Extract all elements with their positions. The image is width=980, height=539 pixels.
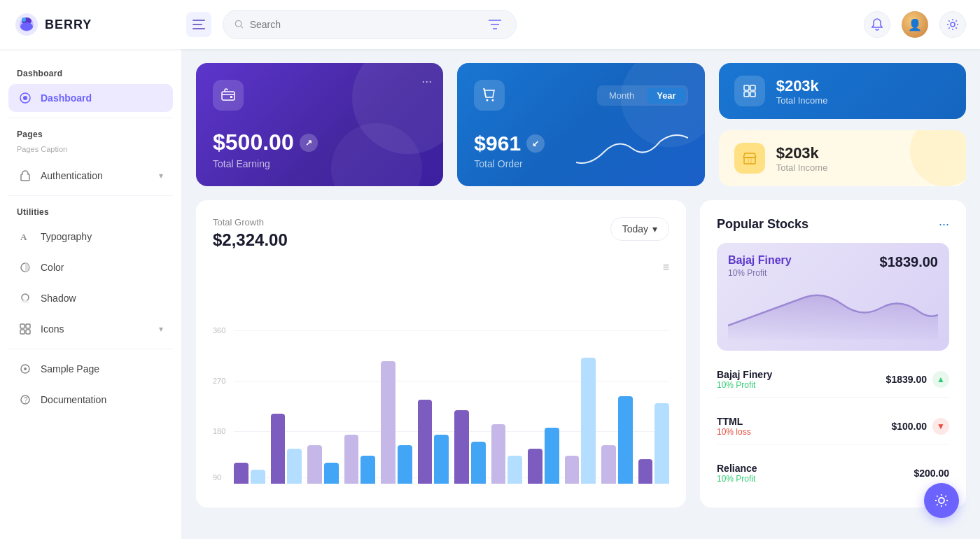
icons-chevron-icon: ▾ [159, 324, 163, 334]
stock-bajaj-trend-icon: ▲ [932, 371, 949, 388]
income-bottom-amount: $203k [776, 144, 828, 162]
sidebar-item-auth-label: Authentication [41, 170, 103, 181]
svg-text:?: ? [24, 396, 28, 404]
sidebar-item-typography[interactable]: A Typography [8, 223, 173, 251]
svg-point-19 [22, 300, 29, 303]
logo-area: BERRY [14, 12, 175, 37]
bar-blue [618, 396, 633, 484]
svg-rect-21 [26, 324, 30, 328]
svg-point-31 [492, 99, 494, 102]
growth-text: Total Growth $2,324.00 [213, 217, 288, 250]
featured-stock-card: Bajaj Finery 10% Profit $1839.00 [717, 243, 949, 351]
menu-button[interactable] [186, 12, 211, 37]
svg-rect-23 [26, 330, 30, 334]
dropdown-chevron-icon: ▾ [652, 223, 657, 234]
order-chart [576, 127, 688, 169]
shopping-icon [482, 88, 497, 103]
bar-purple [418, 400, 433, 484]
featured-stock-price: $1839.00 [880, 254, 938, 270]
bar-blue [471, 442, 486, 484]
bars-area [234, 261, 669, 485]
search-icon [234, 19, 244, 30]
bar-group-1 [234, 463, 265, 484]
year-toggle[interactable]: Year [647, 88, 685, 104]
stock-ttml-info: TTML 10% loss [717, 416, 751, 437]
svg-rect-7 [192, 28, 205, 29]
svg-point-13 [951, 22, 955, 27]
bar-purple [528, 449, 542, 484]
bar-blue [434, 435, 449, 484]
bell-icon [871, 18, 883, 31]
bar-blue [324, 463, 339, 484]
featured-stock-info: Bajaj Finery 10% Profit [728, 254, 792, 278]
sidebar-item-docs[interactable]: ? Documentation [8, 386, 173, 414]
growth-card: Total Growth $2,324.00 Today ▾ ≡ [196, 200, 686, 507]
stock-item-bajaj: Bajaj Finery 10% Profit $1839.00 ▲ [717, 362, 949, 398]
dashboard-section-title: Dashboard [8, 63, 173, 81]
filter-button[interactable] [486, 13, 505, 36]
sidebar-item-dashboard[interactable]: Dashboard [8, 84, 173, 112]
svg-point-25 [24, 368, 27, 370]
dashboard-icon [18, 91, 32, 105]
stock-ttml-profit: 10% loss [717, 427, 751, 437]
order-toggle: Month Year [597, 85, 688, 106]
today-button[interactable]: Today ▾ [610, 217, 669, 241]
earning-card-menu[interactable]: ··· [421, 74, 432, 89]
stocks-more-button[interactable]: ··· [939, 217, 949, 232]
sidebar-item-shadow[interactable]: Shadow [8, 284, 173, 312]
settings-button[interactable] [939, 11, 966, 38]
bar-group-3 [307, 445, 339, 484]
top-cards-row: ··· $500.00 ↗ Total Earning [196, 63, 966, 186]
sidebar-item-sample[interactable]: Sample Page [8, 355, 173, 383]
main-layout: Dashboard Dashboard Pages Pages Caption … [0, 49, 980, 539]
income-bottom-icon [734, 143, 765, 174]
bar-lightblue [581, 358, 596, 484]
logo-text: BERRY [45, 18, 92, 32]
earning-card: ··· $500.00 ↗ Total Earning [196, 63, 443, 186]
sidebar-item-color[interactable]: Color [8, 253, 173, 281]
bar-group-4 [344, 435, 376, 484]
y-label-90: 90 [213, 473, 221, 482]
bar-lightblue [507, 456, 522, 484]
docs-icon: ? [18, 393, 32, 407]
bar-group-7 [454, 410, 486, 484]
fab-settings-button[interactable] [924, 483, 959, 518]
stock-reliance-price-area: $200.00 [913, 468, 949, 479]
fab-gear-icon [934, 493, 949, 508]
order-label: Total Order [474, 158, 545, 169]
month-toggle[interactable]: Month [599, 88, 644, 104]
bar-lightpurple [601, 445, 616, 484]
svg-rect-20 [20, 324, 24, 328]
shadow-icon [18, 291, 32, 305]
svg-point-3 [20, 22, 33, 31]
search-input[interactable] [250, 19, 480, 30]
svg-line-9 [241, 26, 243, 28]
sidebar-item-sample-label: Sample Page [41, 363, 99, 374]
stock-bajaj-price-area: $1839.00 ▲ [886, 371, 949, 388]
stock-bajaj-price: $1839.00 [886, 374, 927, 385]
income-top-label: Total Income [776, 95, 828, 106]
svg-point-37 [939, 498, 944, 503]
bottom-row: Total Growth $2,324.00 Today ▾ ≡ [196, 200, 966, 507]
svg-point-15 [23, 96, 27, 100]
stock-ttml-price-area: $100.00 ▼ [891, 418, 949, 435]
stock-item-ttml: TTML 10% loss $100.00 ▼ [717, 409, 949, 444]
sidebar-item-authentication[interactable]: Authentication ▾ [8, 162, 173, 190]
bar-group-8 [491, 424, 523, 484]
sidebar-item-typography-label: Typography [41, 231, 92, 242]
income-bottom-text: $203k Total Income [776, 144, 828, 173]
earning-trend-icon: ↗ [300, 134, 318, 152]
bar-lightpurple [491, 424, 506, 484]
user-avatar[interactable]: 👤 [902, 11, 928, 38]
svg-point-18 [22, 294, 29, 301]
bar-group-12 [638, 403, 670, 484]
sidebar-item-icons[interactable]: Icons ▾ [8, 315, 173, 343]
featured-stock-name: Bajaj Finery [728, 254, 792, 267]
bar-lightpurple [344, 435, 359, 484]
stock-reliance-name: Reliance [717, 463, 757, 474]
bar-lightpurple [307, 445, 322, 484]
icons-icon [18, 322, 32, 336]
stocks-title: Popular Stocks [717, 217, 808, 232]
bar-purple [271, 414, 286, 484]
notification-button[interactable] [864, 11, 890, 38]
